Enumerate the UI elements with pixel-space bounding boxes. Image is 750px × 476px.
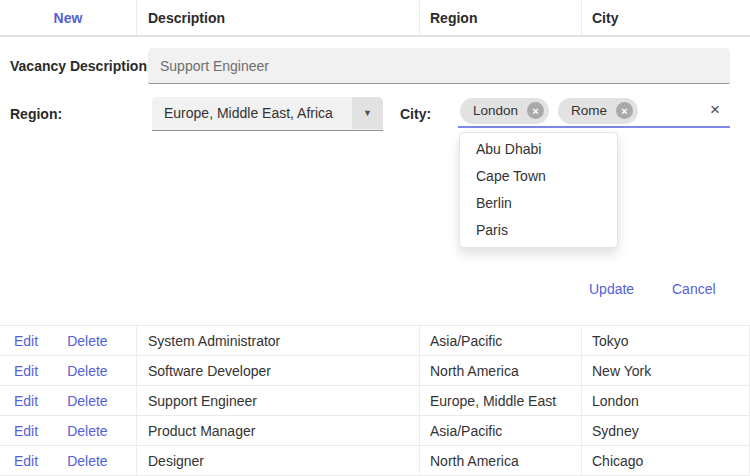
vacancy-grid: New Description Region City Vacancy Desc… bbox=[0, 0, 750, 476]
edit-link[interactable]: Edit bbox=[14, 363, 38, 379]
row-commands: Edit Delete bbox=[0, 356, 137, 385]
vacancy-description-label: Vacancy Description: bbox=[10, 48, 152, 84]
cancel-button[interactable]: Cancel bbox=[672, 281, 716, 297]
region-select[interactable]: Europe, Middle East, Africa ▼ bbox=[152, 97, 383, 131]
table-row: Edit Delete System Administrator Asia/Pa… bbox=[0, 326, 750, 356]
table-row: Edit Delete Software Developer North Ame… bbox=[0, 356, 750, 386]
cell-description: Product Manager bbox=[137, 416, 420, 445]
tag-remove-icon[interactable]: × bbox=[616, 102, 633, 119]
grid-rows: Edit Delete System Administrator Asia/Pa… bbox=[0, 325, 750, 476]
column-header-region[interactable]: Region bbox=[420, 0, 582, 35]
row-commands: Edit Delete bbox=[0, 416, 137, 445]
cell-city: New York bbox=[582, 356, 750, 385]
edit-link[interactable]: Edit bbox=[14, 453, 38, 469]
city-tag-london: London × bbox=[460, 98, 549, 124]
column-header-city[interactable]: City bbox=[582, 0, 750, 35]
cell-region: Asia/Pacific bbox=[420, 416, 582, 445]
cell-region: North America bbox=[420, 446, 582, 475]
table-row: Edit Delete Support Engineer Europe, Mid… bbox=[0, 386, 750, 416]
city-option-paris[interactable]: Paris bbox=[460, 217, 617, 244]
table-row: Edit Delete Product Manager Asia/Pacific… bbox=[0, 416, 750, 446]
delete-link[interactable]: Delete bbox=[67, 423, 107, 439]
cell-city: Chicago bbox=[582, 446, 750, 475]
edit-link[interactable]: Edit bbox=[14, 393, 38, 409]
cell-city: London bbox=[582, 386, 750, 415]
row-commands: Edit Delete bbox=[0, 446, 137, 475]
vacancy-description-input[interactable] bbox=[148, 48, 730, 84]
city-tagbox[interactable]: London × Rome × × bbox=[458, 95, 730, 128]
cell-description: System Administrator bbox=[137, 326, 420, 355]
city-option-abu-dhabi[interactable]: Abu Dhabi bbox=[460, 136, 617, 163]
row-commands: Edit Delete bbox=[0, 326, 137, 355]
cell-region: North America bbox=[420, 356, 582, 385]
edit-link[interactable]: Edit bbox=[14, 333, 38, 349]
clear-icon[interactable]: × bbox=[710, 100, 720, 120]
delete-link[interactable]: Delete bbox=[67, 333, 107, 349]
tag-remove-icon[interactable]: × bbox=[527, 102, 544, 119]
column-header-description[interactable]: Description bbox=[137, 0, 420, 35]
city-tag-label: Rome bbox=[571, 103, 607, 118]
row-commands: Edit Delete bbox=[0, 386, 137, 415]
region-label: Region: bbox=[10, 97, 62, 131]
cell-region: Asia/Pacific bbox=[420, 326, 582, 355]
cell-description: Software Developer bbox=[137, 356, 420, 385]
city-label: City: bbox=[400, 97, 431, 131]
update-button[interactable]: Update bbox=[589, 281, 634, 297]
cell-description: Designer bbox=[137, 446, 420, 475]
delete-link[interactable]: Delete bbox=[67, 453, 107, 469]
city-dropdown-popup: Abu Dhabi Cape Town Berlin Paris bbox=[459, 132, 618, 248]
cell-description: Support Engineer bbox=[137, 386, 420, 415]
city-option-cape-town[interactable]: Cape Town bbox=[460, 163, 617, 190]
edit-link[interactable]: Edit bbox=[14, 423, 38, 439]
cell-city: Tokyo bbox=[582, 326, 750, 355]
chevron-down-icon[interactable]: ▼ bbox=[352, 97, 383, 129]
command-column-header: New bbox=[0, 0, 137, 35]
region-select-value: Europe, Middle East, Africa bbox=[164, 97, 333, 129]
delete-link[interactable]: Delete bbox=[67, 393, 107, 409]
cell-region: Europe, Middle East bbox=[420, 386, 582, 415]
delete-link[interactable]: Delete bbox=[67, 363, 107, 379]
grid-header-row: New Description Region City bbox=[0, 0, 750, 37]
new-button[interactable]: New bbox=[54, 10, 83, 26]
cell-city: Sydney bbox=[582, 416, 750, 445]
city-option-berlin[interactable]: Berlin bbox=[460, 190, 617, 217]
city-tag-rome: Rome × bbox=[558, 98, 638, 124]
city-tag-label: London bbox=[473, 103, 518, 118]
table-row: Edit Delete Designer North America Chica… bbox=[0, 446, 750, 476]
